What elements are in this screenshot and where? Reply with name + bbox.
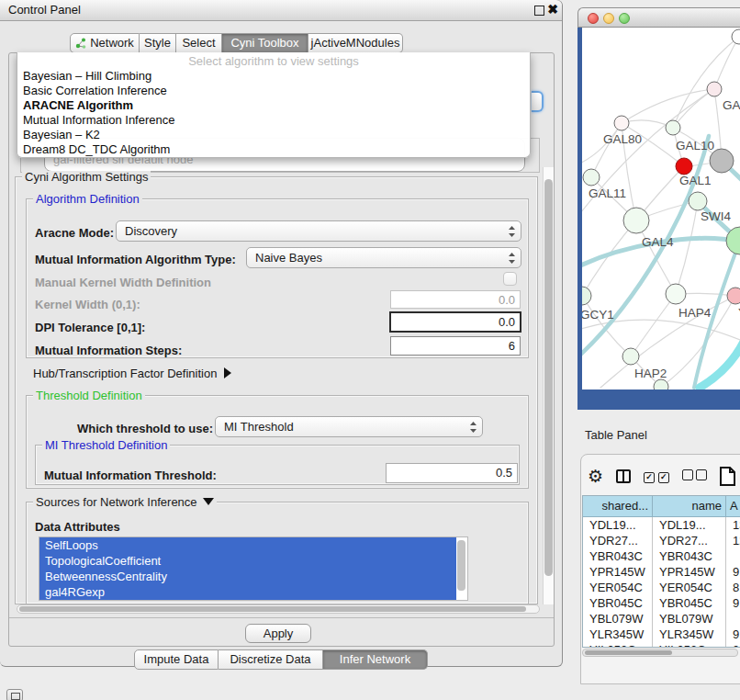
network-node[interactable] [676,158,692,175]
minimize-traffic-light[interactable] [603,13,614,24]
table-cell[interactable]: YPR145W [653,564,726,580]
column-header[interactable]: A [726,496,740,516]
deselect-all-columns-icon[interactable] [682,469,708,483]
table-cell[interactable] [726,611,740,627]
table-cell[interactable]: 9. [726,627,740,642]
column-header[interactable]: name [653,496,726,516]
tab-infer-network[interactable]: Infer Network [323,649,428,670]
sources-toggle[interactable]: Sources for Network Inference [33,496,217,509]
table-cell[interactable]: 9. [726,564,740,580]
network-node[interactable] [623,208,649,233]
table-cell[interactable] [726,548,740,564]
network-node[interactable] [666,120,680,135]
tab-select[interactable]: Select [176,33,222,53]
select-all-columns-icon[interactable]: ✓ ✓ [644,469,669,483]
dropdown-item[interactable]: Bayesian – K2 [17,128,530,142]
tab-style[interactable]: Style [140,33,176,53]
network-window-titlebar[interactable] [577,7,740,28]
network-node[interactable] [727,288,740,304]
apply-button[interactable]: Apply [245,624,311,643]
table-row[interactable]: YPR145WYPR145W9. [583,564,740,580]
close-traffic-light[interactable] [588,13,599,24]
network-node[interactable] [583,169,600,186]
tab-discretize-data[interactable]: Discretize Data [219,649,323,670]
table-cell[interactable]: YER054C [583,580,653,595]
table-cell[interactable]: YDL19... [583,517,653,533]
network-view-canvas[interactable]: GALGAL80GAL10GAL1GAL11GAL4SWI4GCY1HAP4YH… [582,28,740,390]
table-row[interactable]: YBL079WYBL079W [583,611,740,627]
table-cell[interactable]: YBL079W [653,611,726,627]
network-node[interactable] [689,192,707,210]
gear-icon[interactable]: ⚙ [588,466,603,486]
table-cell[interactable]: YLR345W [653,627,726,642]
table-cell[interactable]: YDR27... [583,533,653,548]
table-cell[interactable]: YDR27... [653,533,726,548]
table-row[interactable]: YBR043CYBR043C [583,548,740,564]
table-cell[interactable]: 12 [726,533,740,548]
tab-jactivemnodules[interactable]: jActiveMNodules [308,33,403,53]
network-node[interactable] [582,287,591,305]
list-item[interactable]: TopologicalCoefficient [39,553,467,569]
table-cell[interactable]: YBR045C [583,595,653,611]
close-icon[interactable]: ✖ [547,2,558,17]
table-cell[interactable]: YLR345W [583,627,653,642]
mi-steps-field[interactable]: 6 [390,336,521,356]
table-cell[interactable]: YPR145W [583,564,653,580]
which-threshold-combobox[interactable]: MI Threshold [215,416,483,437]
node-table[interactable]: shared... name A YDL19...YDL19...13YDR27… [582,495,740,648]
dropdown-item[interactable]: Bayesian – Hill Climbing [17,69,530,84]
table-row[interactable]: YER054CYER054C8. [583,580,740,595]
table-row[interactable]: YIL052CYIL052C0 [583,642,740,648]
collapsed-panel-icon[interactable] [6,689,23,700]
tab-impute-data[interactable]: Impute Data [134,649,219,670]
table-cell[interactable]: 8. [726,580,740,595]
table-horizontal-scrollbar[interactable] [582,649,738,657]
float-window-icon[interactable] [534,6,544,16]
dropdown-item[interactable]: Basic Correlation Inference [17,84,530,98]
column-header[interactable]: shared... [583,496,653,516]
settings-vertical-scrollbar[interactable] [543,167,554,604]
table-row[interactable]: YDL19...YDL19...13 [583,517,740,533]
network-node[interactable] [622,348,639,365]
list-scrollbar[interactable] [456,537,467,600]
table-cell[interactable]: 13 [726,517,740,533]
dropdown-item[interactable]: Dream8 DC_TDC Algorithm [17,142,530,157]
zoom-traffic-light[interactable] [619,13,630,24]
dropdown-item[interactable]: Mutual Information Inference [17,113,530,128]
data-attributes-list[interactable]: SelfLoops TopologicalCoefficient Between… [39,536,468,601]
table-cell[interactable]: YBR043C [583,548,653,564]
table-row[interactable]: YLR345WYLR345W9. [583,627,740,642]
table-cell[interactable]: YIL052C [653,642,726,648]
table-cell[interactable]: 0 [726,642,740,648]
list-item[interactable]: SelfLoops [39,537,467,553]
table-cell[interactable]: YIL052C [583,642,653,648]
list-item[interactable]: gal4RGexp [39,584,467,600]
network-node[interactable] [614,116,629,130]
mi-algorithm-type-combobox[interactable]: Naive Bayes [246,247,521,268]
algorithm-combobox-arrow[interactable] [532,91,544,112]
table-cell[interactable]: YER054C [653,580,726,595]
network-node[interactable] [666,284,686,304]
aracne-mode-combobox[interactable]: Discovery [116,220,521,242]
tab-cyni-toolbox[interactable]: Cyni Toolbox [222,33,308,53]
network-node[interactable] [707,82,722,96]
settings-horizontal-scrollbar[interactable] [17,604,540,614]
list-item[interactable]: BetweennessCentrality [39,569,467,584]
hub-definition-toggle[interactable]: Hub/Transcription Factor Definition [33,367,231,380]
kernel-width-field[interactable]: 0.0 [390,290,521,309]
table-cell[interactable]: 9. [726,595,740,611]
dropdown-item-selected[interactable]: ARACNE Algorithm [17,98,530,113]
table-row[interactable]: YDR27...YDR27...12 [583,533,740,548]
network-node[interactable] [654,379,668,390]
manual-kernel-width-checkbox[interactable] [503,272,517,286]
new-function-icon[interactable] [720,467,735,486]
table-cell[interactable]: YBR043C [653,548,726,564]
dpi-tolerance-field[interactable]: 0.0 [389,311,521,333]
table-cell[interactable]: YBL079W [583,611,653,627]
network-node[interactable] [710,149,734,173]
column-layout-icon[interactable] [616,469,631,483]
table-row[interactable]: YBR045CYBR045C9. [583,595,740,611]
table-cell[interactable]: YDL19... [653,517,726,533]
control-panel-titlebar[interactable]: Control Panel ✖ [0,0,562,21]
tab-network[interactable]: Network [70,33,140,53]
